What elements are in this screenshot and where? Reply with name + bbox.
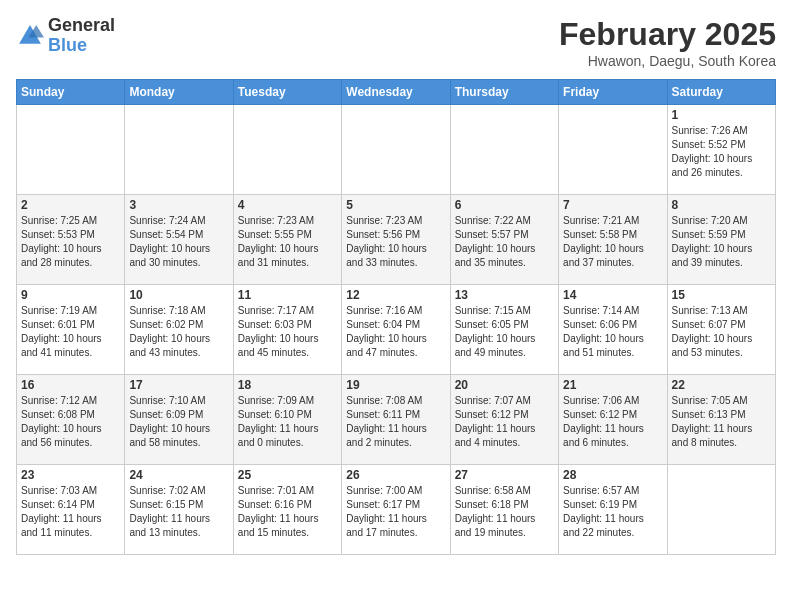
- day-number: 8: [672, 198, 771, 212]
- day-number: 25: [238, 468, 337, 482]
- calendar-cell: 14Sunrise: 7:14 AM Sunset: 6:06 PM Dayli…: [559, 285, 667, 375]
- day-number: 26: [346, 468, 445, 482]
- calendar-cell: 4Sunrise: 7:23 AM Sunset: 5:55 PM Daylig…: [233, 195, 341, 285]
- day-info: Sunrise: 7:18 AM Sunset: 6:02 PM Dayligh…: [129, 304, 228, 360]
- calendar-cell: [342, 105, 450, 195]
- calendar-week-row: 1Sunrise: 7:26 AM Sunset: 5:52 PM Daylig…: [17, 105, 776, 195]
- day-info: Sunrise: 7:25 AM Sunset: 5:53 PM Dayligh…: [21, 214, 120, 270]
- calendar-day-header: Tuesday: [233, 80, 341, 105]
- day-number: 27: [455, 468, 554, 482]
- day-number: 28: [563, 468, 662, 482]
- calendar-week-row: 9Sunrise: 7:19 AM Sunset: 6:01 PM Daylig…: [17, 285, 776, 375]
- day-number: 3: [129, 198, 228, 212]
- day-info: Sunrise: 7:05 AM Sunset: 6:13 PM Dayligh…: [672, 394, 771, 450]
- day-info: Sunrise: 7:21 AM Sunset: 5:58 PM Dayligh…: [563, 214, 662, 270]
- calendar-cell: 15Sunrise: 7:13 AM Sunset: 6:07 PM Dayli…: [667, 285, 775, 375]
- day-number: 19: [346, 378, 445, 392]
- calendar-cell: 25Sunrise: 7:01 AM Sunset: 6:16 PM Dayli…: [233, 465, 341, 555]
- calendar-cell: [125, 105, 233, 195]
- calendar-cell: 26Sunrise: 7:00 AM Sunset: 6:17 PM Dayli…: [342, 465, 450, 555]
- calendar-cell: 18Sunrise: 7:09 AM Sunset: 6:10 PM Dayli…: [233, 375, 341, 465]
- day-number: 15: [672, 288, 771, 302]
- day-info: Sunrise: 7:03 AM Sunset: 6:14 PM Dayligh…: [21, 484, 120, 540]
- calendar-day-header: Friday: [559, 80, 667, 105]
- day-info: Sunrise: 7:22 AM Sunset: 5:57 PM Dayligh…: [455, 214, 554, 270]
- calendar-cell: 1Sunrise: 7:26 AM Sunset: 5:52 PM Daylig…: [667, 105, 775, 195]
- day-info: Sunrise: 7:10 AM Sunset: 6:09 PM Dayligh…: [129, 394, 228, 450]
- calendar-cell: [233, 105, 341, 195]
- day-number: 11: [238, 288, 337, 302]
- calendar-header-row: SundayMondayTuesdayWednesdayThursdayFrid…: [17, 80, 776, 105]
- calendar-day-header: Thursday: [450, 80, 558, 105]
- day-info: Sunrise: 7:26 AM Sunset: 5:52 PM Dayligh…: [672, 124, 771, 180]
- calendar-day-header: Sunday: [17, 80, 125, 105]
- day-number: 6: [455, 198, 554, 212]
- calendar-cell: 17Sunrise: 7:10 AM Sunset: 6:09 PM Dayli…: [125, 375, 233, 465]
- location-subtitle: Hwawon, Daegu, South Korea: [559, 53, 776, 69]
- day-info: Sunrise: 7:17 AM Sunset: 6:03 PM Dayligh…: [238, 304, 337, 360]
- logo-general-text: General: [48, 16, 115, 36]
- day-info: Sunrise: 7:00 AM Sunset: 6:17 PM Dayligh…: [346, 484, 445, 540]
- day-number: 23: [21, 468, 120, 482]
- calendar-cell: 23Sunrise: 7:03 AM Sunset: 6:14 PM Dayli…: [17, 465, 125, 555]
- day-info: Sunrise: 6:57 AM Sunset: 6:19 PM Dayligh…: [563, 484, 662, 540]
- calendar-cell: 12Sunrise: 7:16 AM Sunset: 6:04 PM Dayli…: [342, 285, 450, 375]
- day-number: 16: [21, 378, 120, 392]
- day-number: 14: [563, 288, 662, 302]
- calendar-week-row: 23Sunrise: 7:03 AM Sunset: 6:14 PM Dayli…: [17, 465, 776, 555]
- calendar-day-header: Monday: [125, 80, 233, 105]
- day-info: Sunrise: 7:15 AM Sunset: 6:05 PM Dayligh…: [455, 304, 554, 360]
- month-title: February 2025: [559, 16, 776, 53]
- day-number: 22: [672, 378, 771, 392]
- calendar-table: SundayMondayTuesdayWednesdayThursdayFrid…: [16, 79, 776, 555]
- day-info: Sunrise: 7:20 AM Sunset: 5:59 PM Dayligh…: [672, 214, 771, 270]
- page-header: General Blue February 2025 Hwawon, Daegu…: [16, 16, 776, 69]
- day-info: Sunrise: 7:08 AM Sunset: 6:11 PM Dayligh…: [346, 394, 445, 450]
- calendar-day-header: Saturday: [667, 80, 775, 105]
- calendar-day-header: Wednesday: [342, 80, 450, 105]
- calendar-cell: [559, 105, 667, 195]
- logo-icon: [16, 22, 44, 50]
- day-number: 4: [238, 198, 337, 212]
- day-number: 24: [129, 468, 228, 482]
- day-number: 2: [21, 198, 120, 212]
- day-number: 5: [346, 198, 445, 212]
- calendar-cell: 8Sunrise: 7:20 AM Sunset: 5:59 PM Daylig…: [667, 195, 775, 285]
- day-info: Sunrise: 6:58 AM Sunset: 6:18 PM Dayligh…: [455, 484, 554, 540]
- day-info: Sunrise: 7:16 AM Sunset: 6:04 PM Dayligh…: [346, 304, 445, 360]
- day-number: 1: [672, 108, 771, 122]
- day-info: Sunrise: 7:19 AM Sunset: 6:01 PM Dayligh…: [21, 304, 120, 360]
- day-info: Sunrise: 7:09 AM Sunset: 6:10 PM Dayligh…: [238, 394, 337, 450]
- day-number: 17: [129, 378, 228, 392]
- day-info: Sunrise: 7:12 AM Sunset: 6:08 PM Dayligh…: [21, 394, 120, 450]
- calendar-cell: 11Sunrise: 7:17 AM Sunset: 6:03 PM Dayli…: [233, 285, 341, 375]
- calendar-cell: 28Sunrise: 6:57 AM Sunset: 6:19 PM Dayli…: [559, 465, 667, 555]
- logo-blue-text: Blue: [48, 36, 115, 56]
- day-number: 12: [346, 288, 445, 302]
- calendar-cell: 20Sunrise: 7:07 AM Sunset: 6:12 PM Dayli…: [450, 375, 558, 465]
- day-info: Sunrise: 7:02 AM Sunset: 6:15 PM Dayligh…: [129, 484, 228, 540]
- day-number: 9: [21, 288, 120, 302]
- day-info: Sunrise: 7:06 AM Sunset: 6:12 PM Dayligh…: [563, 394, 662, 450]
- day-info: Sunrise: 7:13 AM Sunset: 6:07 PM Dayligh…: [672, 304, 771, 360]
- calendar-week-row: 2Sunrise: 7:25 AM Sunset: 5:53 PM Daylig…: [17, 195, 776, 285]
- day-info: Sunrise: 7:01 AM Sunset: 6:16 PM Dayligh…: [238, 484, 337, 540]
- day-number: 13: [455, 288, 554, 302]
- logo: General Blue: [16, 16, 115, 56]
- calendar-cell: 5Sunrise: 7:23 AM Sunset: 5:56 PM Daylig…: [342, 195, 450, 285]
- day-number: 7: [563, 198, 662, 212]
- calendar-cell: 21Sunrise: 7:06 AM Sunset: 6:12 PM Dayli…: [559, 375, 667, 465]
- calendar-cell: 19Sunrise: 7:08 AM Sunset: 6:11 PM Dayli…: [342, 375, 450, 465]
- day-info: Sunrise: 7:14 AM Sunset: 6:06 PM Dayligh…: [563, 304, 662, 360]
- calendar-cell: [450, 105, 558, 195]
- calendar-cell: 10Sunrise: 7:18 AM Sunset: 6:02 PM Dayli…: [125, 285, 233, 375]
- calendar-cell: 16Sunrise: 7:12 AM Sunset: 6:08 PM Dayli…: [17, 375, 125, 465]
- day-info: Sunrise: 7:24 AM Sunset: 5:54 PM Dayligh…: [129, 214, 228, 270]
- calendar-cell: 24Sunrise: 7:02 AM Sunset: 6:15 PM Dayli…: [125, 465, 233, 555]
- day-number: 10: [129, 288, 228, 302]
- calendar-week-row: 16Sunrise: 7:12 AM Sunset: 6:08 PM Dayli…: [17, 375, 776, 465]
- calendar-cell: 9Sunrise: 7:19 AM Sunset: 6:01 PM Daylig…: [17, 285, 125, 375]
- day-info: Sunrise: 7:23 AM Sunset: 5:55 PM Dayligh…: [238, 214, 337, 270]
- title-block: February 2025 Hwawon, Daegu, South Korea: [559, 16, 776, 69]
- calendar-cell: 22Sunrise: 7:05 AM Sunset: 6:13 PM Dayli…: [667, 375, 775, 465]
